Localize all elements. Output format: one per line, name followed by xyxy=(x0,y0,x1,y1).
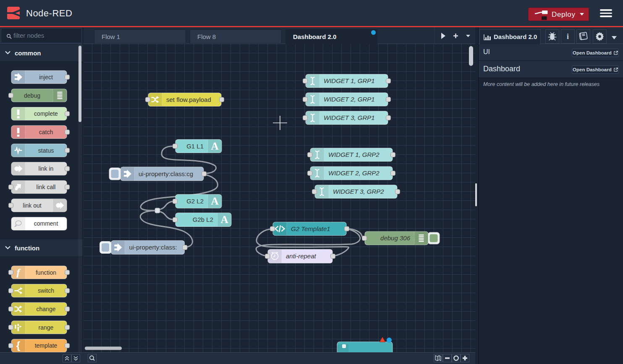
svg-text:inject: inject xyxy=(39,74,53,81)
svg-text:link call: link call xyxy=(37,184,56,190)
svg-text:link out: link out xyxy=(23,202,41,209)
svg-text:catch: catch xyxy=(39,129,53,135)
svg-text:WIDGET 1, GRP1: WIDGET 1, GRP1 xyxy=(324,77,375,84)
svg-text:WIDGET 3, GRP2: WIDGET 3, GRP2 xyxy=(333,188,384,195)
svg-text:WIDGET 2, GRP2: WIDGET 2, GRP2 xyxy=(328,169,380,177)
svg-text:complete: complete xyxy=(34,110,58,117)
svg-text:function: function xyxy=(36,269,56,276)
svg-text:G2b L2: G2b L2 xyxy=(193,216,213,223)
svg-text:ui-property:class:: ui-property:class: xyxy=(129,244,177,251)
svg-text:{: { xyxy=(16,340,20,351)
svg-text:anti-repeat: anti-repeat xyxy=(286,252,317,260)
svg-text:debug 306: debug 306 xyxy=(380,234,411,242)
svg-text:change: change xyxy=(37,306,56,312)
svg-text:set flow.payload: set flow.payload xyxy=(166,96,211,103)
svg-text:range: range xyxy=(39,324,54,331)
svg-text:debug: debug xyxy=(24,92,40,99)
svg-text:WIDGET 1, GRP2: WIDGET 1, GRP2 xyxy=(328,151,380,158)
svg-text:G1 L1: G1 L1 xyxy=(186,143,204,150)
svg-text:A: A xyxy=(211,140,218,152)
svg-text:status: status xyxy=(38,147,54,154)
svg-text:ui-property:class:cg: ui-property:class:cg xyxy=(139,170,193,177)
svg-text:A: A xyxy=(211,195,218,207)
svg-text:G2 L2: G2 L2 xyxy=(186,198,204,205)
svg-text:WIDGET 3, GRP1: WIDGET 3, GRP1 xyxy=(324,114,375,121)
svg-text:WIDGET 2, GRP1: WIDGET 2, GRP1 xyxy=(324,96,375,103)
svg-text:G2 Template1: G2 Template1 xyxy=(291,225,330,232)
svg-text:template: template xyxy=(35,342,58,349)
svg-text:link in: link in xyxy=(39,165,54,172)
svg-text:comment: comment xyxy=(34,220,58,227)
svg-text:switch: switch xyxy=(38,287,54,294)
svg-text:A: A xyxy=(220,214,228,225)
